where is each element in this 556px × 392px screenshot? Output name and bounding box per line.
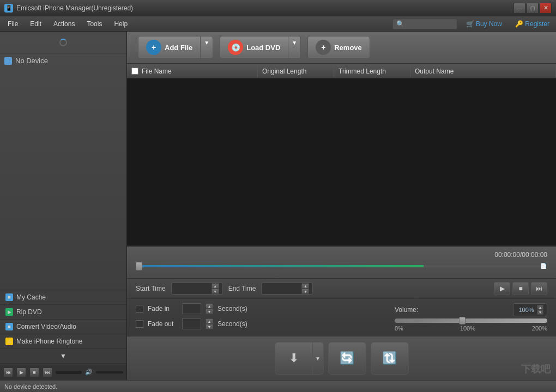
fade-in-value[interactable]: 0 <box>182 303 201 314</box>
volume-icon: 🔊 <box>85 369 93 376</box>
window-controls: — □ ✕ <box>513 3 552 14</box>
fade-out-spinner: ▲ ▼ <box>206 318 213 329</box>
bottom-area: 00:00:00/00:00:00 📄 Start Time 00:00:00 … <box>127 246 556 380</box>
sidebar-item-convert-video[interactable]: ■ Convert Video/Audio <box>0 320 126 334</box>
player-prev[interactable]: ⏮ <box>3 367 13 377</box>
volume-value: 100% <box>517 307 536 313</box>
menu-edit[interactable]: Edit <box>25 18 47 30</box>
action-btn-1[interactable]: ⬇ <box>275 342 313 375</box>
loading-spinner <box>59 39 67 46</box>
volume-up[interactable]: ▲ <box>537 305 543 310</box>
fade-in-row: Fade in 0 ▲ ▼ Second(s) <box>136 303 247 314</box>
fade-out-value[interactable]: 0 <box>182 318 201 329</box>
action-buttons: ⬇ ▼ 🔄 🔃 <box>127 336 556 380</box>
play-button[interactable]: ▶ <box>494 282 510 295</box>
player-next[interactable]: ⏭ <box>43 367 52 377</box>
volume-slider-track[interactable] <box>395 318 547 323</box>
action-btn-1-dropdown[interactable]: ▼ <box>313 342 324 375</box>
menu-tools[interactable]: Tools <box>81 18 107 30</box>
search-box[interactable]: 🔍 <box>392 19 457 29</box>
player-stop[interactable]: ■ <box>29 367 39 377</box>
time-display: 00:00:00/00:00:00 <box>136 251 547 259</box>
timeline-handle-right[interactable]: 📄 <box>540 262 547 270</box>
start-time-down[interactable]: ▼ <box>211 289 219 294</box>
app-title: Emicsoft iPhone Manager(Unregistered) <box>16 4 133 12</box>
player-play[interactable]: ▶ <box>16 367 26 377</box>
buy-button[interactable]: 🛒 Buy Now <box>462 19 506 29</box>
end-time-field[interactable]: 00:00:00 <box>265 285 300 292</box>
select-all-checkbox[interactable] <box>131 68 138 75</box>
maximize-button[interactable]: □ <box>527 3 539 14</box>
start-time-up[interactable]: ▲ <box>211 283 219 289</box>
mini-progress-bar <box>56 371 82 374</box>
fade-out-down[interactable]: ▼ <box>206 324 213 329</box>
fade-in-up[interactable]: ▲ <box>206 303 213 309</box>
fade-controls: Fade in 0 ▲ ▼ Second(s) Fade out 0 ▲ <box>136 303 247 329</box>
no-device-label: No Device <box>0 53 126 68</box>
volume-labels: 0% 100% 200% <box>395 325 547 332</box>
skip-button[interactable]: ⏭ <box>531 282 547 295</box>
end-time-down[interactable]: ▼ <box>301 289 309 294</box>
fade-out-checkbox[interactable] <box>136 320 143 328</box>
timeline-bar <box>136 265 547 267</box>
main-content: + Add File ▼ 💿 Load DVD ▼ + Remove <box>127 32 556 380</box>
fade-in-unit: Second(s) <box>217 305 247 313</box>
volume-value-box: 100% ▲ ▼ <box>513 303 547 316</box>
load-dvd-button[interactable]: 💿 Load DVD <box>220 36 288 59</box>
vol-100: 100% <box>460 325 475 332</box>
sidebar-item-rip-dvd[interactable]: ▶ Rip DVD <box>0 305 126 320</box>
menu-file[interactable]: File <box>2 18 23 30</box>
register-button[interactable]: 🔑 Register <box>511 19 554 29</box>
mini-volume-slider[interactable] <box>96 371 123 373</box>
action-btn-2-icon: 🔄 <box>340 351 354 365</box>
main-layout: No Device ■ My Cache ▶ Rip DVD ■ Convert… <box>0 32 556 380</box>
sidebar-expand-arrow[interactable]: ▼ <box>0 349 126 364</box>
load-dvd-group: 💿 Load DVD ▼ <box>220 36 301 59</box>
dvd-icon: 💿 <box>228 40 243 55</box>
ringtone-icon: ⚠ <box>5 338 13 345</box>
fade-in-checkbox[interactable] <box>136 305 143 313</box>
timeline-handle-left[interactable] <box>136 262 142 271</box>
menubar-right: 🔍 🛒 Buy Now 🔑 Register <box>392 19 554 29</box>
menubar: File Edit Actions Tools Help 🔍 🛒 Buy Now… <box>0 16 556 32</box>
sidebar-top <box>0 32 126 53</box>
fade-out-unit: Second(s) <box>217 320 247 328</box>
menu-actions[interactable]: Actions <box>48 18 80 30</box>
action-btn-2[interactable]: 🔄 <box>328 342 366 375</box>
statusbar: No device detected. <box>0 380 556 392</box>
volume-label: Volume: <box>395 306 418 314</box>
load-dvd-dropdown[interactable]: ▼ <box>288 36 301 59</box>
sidebar-item-my-cache[interactable]: ■ My Cache <box>0 290 126 305</box>
sidebar-item-make-ringtone[interactable]: ⚠ Make iPhone Ringtone <box>0 334 126 349</box>
end-time-label: End Time <box>228 285 256 292</box>
end-time-up[interactable]: ▲ <box>301 283 309 289</box>
add-file-button[interactable]: + Add File <box>138 36 201 59</box>
stop-button[interactable]: ■ <box>512 282 529 295</box>
search-input[interactable] <box>404 21 454 27</box>
start-time-field[interactable]: 00:00:00 <box>175 285 210 292</box>
menu-help[interactable]: Help <box>108 18 133 30</box>
volume-slider-thumb[interactable] <box>459 317 466 324</box>
action-btn-1-group: ⬇ ▼ <box>275 342 324 375</box>
device-icon <box>4 57 12 65</box>
effects-area: Fade in 0 ▲ ▼ Second(s) Fade out 0 ▲ <box>127 298 556 336</box>
vol-200: 200% <box>532 325 547 332</box>
fade-in-down[interactable]: ▼ <box>206 309 213 314</box>
close-button[interactable]: ✕ <box>540 3 552 14</box>
remove-button[interactable]: + Remove <box>307 36 370 59</box>
volume-down[interactable]: ▼ <box>537 310 543 315</box>
minimize-button[interactable]: — <box>513 3 525 14</box>
volume-top: Volume: 100% ▲ ▼ <box>395 303 547 316</box>
playback-controls: ▶ ■ ⏭ <box>494 282 547 295</box>
status-message: No device detected. <box>4 383 57 390</box>
action-btn-3[interactable]: 🔃 <box>371 342 409 375</box>
timeline-track[interactable]: 📄 <box>136 261 547 272</box>
end-time-input[interactable]: 00:00:00 ▲ ▼ <box>261 283 313 295</box>
fade-out-up[interactable]: ▲ <box>206 318 213 324</box>
titlebar-left: 📱 Emicsoft iPhone Manager(Unregistered) <box>4 4 133 13</box>
add-file-dropdown[interactable]: ▼ <box>201 36 213 59</box>
rip-dvd-icon: ▶ <box>5 308 13 316</box>
start-time-input[interactable]: 00:00:00 ▲ ▼ <box>171 283 223 295</box>
sidebar-bottom: ■ My Cache ▶ Rip DVD ■ Convert Video/Aud… <box>0 290 126 364</box>
timeline-area: 00:00:00/00:00:00 📄 <box>127 247 556 278</box>
